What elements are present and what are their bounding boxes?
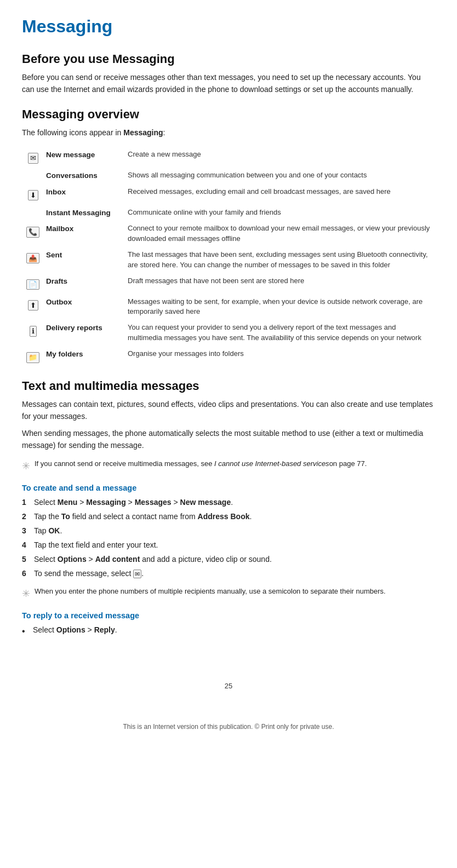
- before-use-heading: Before you use Messaging: [22, 52, 435, 66]
- new-message-icon: ✉: [22, 147, 44, 168]
- table-row: 📤 Sent The last messages that have been …: [22, 247, 435, 273]
- sent-label: Sent: [44, 247, 123, 273]
- create-message-title: To create and send a message: [22, 484, 435, 492]
- overview-intro: The following icons appear in Messaging:: [22, 127, 435, 139]
- tip-icon-2: ✳: [22, 587, 30, 601]
- list-item: 1 Select Menu > Messaging > Messages > N…: [22, 497, 435, 508]
- tip-icon-1: ✳: [22, 459, 30, 474]
- delivery-reports-desc: You can request your provider to send yo…: [123, 320, 435, 346]
- sent-desc: The last messages that have been sent, e…: [123, 247, 435, 273]
- list-item: 3 Tap OK.: [22, 525, 435, 537]
- mailbox-label: Mailbox: [44, 221, 123, 247]
- table-row: ✉ New message Create a new message: [22, 147, 435, 168]
- instant-messaging-label: Instant Messaging: [44, 205, 123, 221]
- text-multimedia-para2: When sending messages, the phone automat…: [22, 428, 435, 451]
- mailbox-icon: 📞: [22, 221, 44, 247]
- conversations-desc: Shows all messaging communication betwee…: [123, 168, 435, 184]
- conversations-label: Conversations: [44, 168, 123, 184]
- sent-icon: 📤: [22, 247, 44, 273]
- drafts-label: Drafts: [44, 273, 123, 294]
- inbox-label: Inbox: [44, 184, 123, 205]
- list-item: 4 Tap the text field and enter your text…: [22, 539, 435, 551]
- table-row: Instant Messaging Communicate online wit…: [22, 205, 435, 221]
- reply-message-steps: • Select Options > Reply.: [22, 624, 435, 638]
- table-row: 📄 Drafts Draft messages that have not be…: [22, 273, 435, 294]
- delivery-reports-label: Delivery reports: [44, 320, 123, 346]
- list-item: 6 To send the message, select ✉.: [22, 568, 435, 579]
- list-item: 5 Select Options > Add content and add a…: [22, 554, 435, 565]
- table-row: ⬆ Outbox Messages waiting to be sent, fo…: [22, 294, 435, 320]
- outbox-label: Outbox: [44, 294, 123, 320]
- tip-text-2: When you enter the phone numbers of mult…: [35, 586, 386, 597]
- my-folders-label: My folders: [44, 346, 123, 367]
- table-row: Conversations Shows all messaging commun…: [22, 168, 435, 184]
- outbox-icon: ⬆: [22, 294, 44, 320]
- outbox-desc: Messages waiting to be sent, for example…: [123, 294, 435, 320]
- table-row: ⬇ Inbox Received messages, excluding ema…: [22, 184, 435, 205]
- text-multimedia-heading: Text and multimedia messages: [22, 379, 435, 393]
- create-message-steps: 1 Select Menu > Messaging > Messages > N…: [22, 497, 435, 579]
- tip-text-1: If you cannot send or receive multimedia…: [35, 458, 367, 469]
- overview-table: ✉ New message Create a new message Conve…: [22, 147, 435, 367]
- my-folders-desc: Organise your messages into folders: [123, 346, 435, 367]
- conversations-icon: [22, 168, 44, 184]
- table-row: 📞 Mailbox Connect to your remote mailbox…: [22, 221, 435, 247]
- drafts-desc: Draft messages that have not been sent a…: [123, 273, 435, 294]
- new-message-label: New message: [44, 147, 123, 168]
- instant-messaging-icon: [22, 205, 44, 221]
- list-item: 2 Tap the To field and select a contact …: [22, 511, 435, 522]
- send-icon: ✉: [133, 570, 141, 578]
- mailbox-desc: Connect to your remote mailbox to downlo…: [123, 221, 435, 247]
- my-folders-icon: 📁: [22, 346, 44, 367]
- table-row: 📁 My folders Organise your messages into…: [22, 346, 435, 367]
- tip-box-2: ✳ When you enter the phone numbers of mu…: [22, 586, 435, 601]
- reply-message-title: To reply to a received message: [22, 611, 435, 620]
- inbox-desc: Received messages, excluding email and c…: [123, 184, 435, 205]
- page-footer: This is an Internet version of this publ…: [22, 723, 435, 731]
- drafts-icon: 📄: [22, 273, 44, 294]
- tip-box-1: ✳ If you cannot send or receive multimed…: [22, 458, 435, 474]
- new-message-desc: Create a new message: [123, 147, 435, 168]
- instant-messaging-desc: Communicate online with your family and …: [123, 205, 435, 221]
- page-title: Messaging: [22, 16, 435, 37]
- before-use-body: Before you can send or receive messages …: [22, 72, 435, 95]
- overview-heading: Messaging overview: [22, 107, 435, 122]
- delivery-reports-icon: ℹ: [22, 320, 44, 346]
- table-row: ℹ Delivery reports You can request your …: [22, 320, 435, 346]
- inbox-icon: ⬇: [22, 184, 44, 205]
- list-item: • Select Options > Reply.: [22, 624, 435, 638]
- text-multimedia-para1: Messages can contain text, pictures, sou…: [22, 399, 435, 422]
- page-number: 25: [22, 682, 435, 690]
